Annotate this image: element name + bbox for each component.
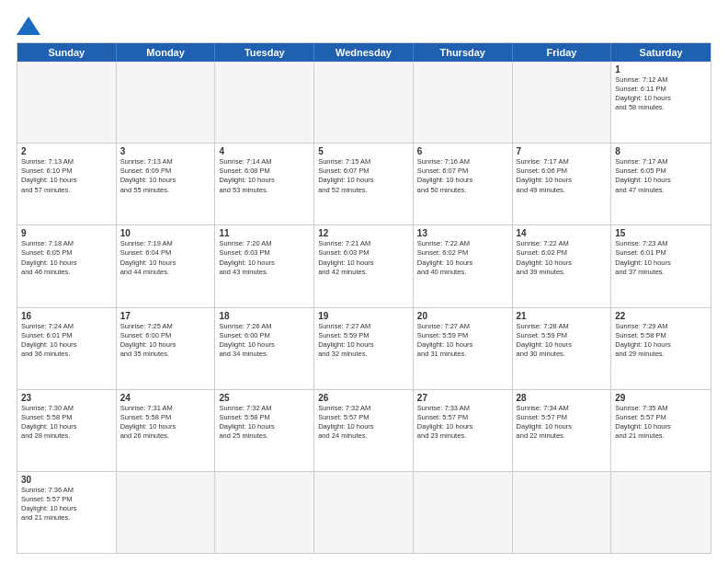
empty-cell <box>17 62 117 143</box>
header-monday: Monday <box>117 43 216 62</box>
day-info: Sunrise: 7:32 AM Sunset: 5:58 PM Dayligh… <box>219 404 310 442</box>
header-tuesday: Tuesday <box>215 43 314 62</box>
day-info: Sunrise: 7:21 AM Sunset: 6:03 PM Dayligh… <box>318 239 409 277</box>
day-number: 4 <box>219 146 310 156</box>
empty-cell <box>513 472 612 553</box>
day-number: 21 <box>517 311 608 321</box>
empty-cell <box>215 472 314 553</box>
day-cell-8: 8Sunrise: 7:17 AM Sunset: 6:05 PM Daylig… <box>611 144 711 224</box>
empty-cell <box>414 62 513 143</box>
day-cell-23: 23Sunrise: 7:30 AM Sunset: 5:58 PM Dayli… <box>17 390 117 471</box>
day-info: Sunrise: 7:31 AM Sunset: 5:58 PM Dayligh… <box>120 404 211 442</box>
day-cell-22: 22Sunrise: 7:29 AM Sunset: 5:58 PM Dayli… <box>611 308 711 389</box>
day-cell-19: 19Sunrise: 7:27 AM Sunset: 5:59 PM Dayli… <box>314 308 414 389</box>
day-info: Sunrise: 7:36 AM Sunset: 5:57 PM Dayligh… <box>21 486 112 523</box>
day-cell-18: 18Sunrise: 7:26 AM Sunset: 6:00 PM Dayli… <box>215 308 314 389</box>
day-info: Sunrise: 7:13 AM Sunset: 6:09 PM Dayligh… <box>120 157 211 195</box>
day-info: Sunrise: 7:27 AM Sunset: 5:59 PM Dayligh… <box>318 322 409 360</box>
day-info: Sunrise: 7:17 AM Sunset: 6:05 PM Dayligh… <box>615 157 707 195</box>
day-cell-3: 3Sunrise: 7:13 AM Sunset: 6:09 PM Daylig… <box>117 144 216 224</box>
day-cell-13: 13Sunrise: 7:22 AM Sunset: 6:02 PM Dayli… <box>414 225 513 306</box>
day-info: Sunrise: 7:15 AM Sunset: 6:07 PM Dayligh… <box>318 157 409 195</box>
header-wednesday: Wednesday <box>314 43 414 62</box>
calendar-week-3: 9Sunrise: 7:18 AM Sunset: 6:05 PM Daylig… <box>17 225 711 307</box>
day-info: Sunrise: 7:25 AM Sunset: 6:00 PM Dayligh… <box>120 322 211 360</box>
day-cell-6: 6Sunrise: 7:16 AM Sunset: 6:07 PM Daylig… <box>414 144 513 224</box>
day-number: 10 <box>120 228 211 238</box>
day-info: Sunrise: 7:22 AM Sunset: 6:02 PM Dayligh… <box>517 239 608 277</box>
empty-cell <box>611 472 711 553</box>
day-info: Sunrise: 7:12 AM Sunset: 6:11 PM Dayligh… <box>615 75 707 113</box>
day-info: Sunrise: 7:35 AM Sunset: 5:57 PM Dayligh… <box>615 404 707 442</box>
day-number: 19 <box>318 311 409 321</box>
calendar-week-6: 30Sunrise: 7:36 AM Sunset: 5:57 PM Dayli… <box>17 472 711 553</box>
day-number: 22 <box>615 311 707 321</box>
day-cell-11: 11Sunrise: 7:20 AM Sunset: 6:03 PM Dayli… <box>215 225 314 306</box>
day-number: 12 <box>318 228 409 238</box>
empty-cell <box>117 472 216 553</box>
day-cell-7: 7Sunrise: 7:17 AM Sunset: 6:06 PM Daylig… <box>513 144 612 224</box>
day-cell-14: 14Sunrise: 7:22 AM Sunset: 6:02 PM Dayli… <box>513 225 612 306</box>
day-info: Sunrise: 7:23 AM Sunset: 6:01 PM Dayligh… <box>615 239 707 277</box>
day-number: 7 <box>517 146 608 156</box>
day-cell-30: 30Sunrise: 7:36 AM Sunset: 5:57 PM Dayli… <box>17 472 117 553</box>
day-number: 6 <box>417 146 508 156</box>
day-number: 2 <box>21 146 112 156</box>
day-info: Sunrise: 7:17 AM Sunset: 6:06 PM Dayligh… <box>517 157 608 195</box>
day-cell-20: 20Sunrise: 7:27 AM Sunset: 5:59 PM Dayli… <box>414 308 513 389</box>
day-number: 27 <box>417 393 508 403</box>
day-info: Sunrise: 7:34 AM Sunset: 5:57 PM Dayligh… <box>517 404 608 442</box>
calendar-body: 1Sunrise: 7:12 AM Sunset: 6:11 PM Daylig… <box>17 62 711 553</box>
header <box>17 17 711 35</box>
empty-cell <box>215 62 314 143</box>
day-cell-21: 21Sunrise: 7:28 AM Sunset: 5:59 PM Dayli… <box>513 308 612 389</box>
day-info: Sunrise: 7:13 AM Sunset: 6:10 PM Dayligh… <box>21 157 112 195</box>
day-cell-9: 9Sunrise: 7:18 AM Sunset: 6:05 PM Daylig… <box>17 225 117 306</box>
day-cell-25: 25Sunrise: 7:32 AM Sunset: 5:58 PM Dayli… <box>215 390 314 471</box>
day-cell-10: 10Sunrise: 7:19 AM Sunset: 6:04 PM Dayli… <box>117 225 216 306</box>
day-number: 3 <box>120 146 211 156</box>
header-friday: Friday <box>513 43 612 62</box>
day-number: 8 <box>615 146 707 156</box>
day-info: Sunrise: 7:33 AM Sunset: 5:57 PM Dayligh… <box>417 404 508 442</box>
day-cell-29: 29Sunrise: 7:35 AM Sunset: 5:57 PM Dayli… <box>611 390 711 471</box>
day-cell-24: 24Sunrise: 7:31 AM Sunset: 5:58 PM Dayli… <box>117 390 216 471</box>
day-cell-12: 12Sunrise: 7:21 AM Sunset: 6:03 PM Dayli… <box>314 225 414 306</box>
day-number: 13 <box>417 228 508 238</box>
day-number: 11 <box>219 228 310 238</box>
day-info: Sunrise: 7:16 AM Sunset: 6:07 PM Dayligh… <box>417 157 508 195</box>
day-number: 20 <box>417 311 508 321</box>
day-cell-28: 28Sunrise: 7:34 AM Sunset: 5:57 PM Dayli… <box>513 390 612 471</box>
day-number: 23 <box>21 393 112 403</box>
day-cell-1: 1Sunrise: 7:12 AM Sunset: 6:11 PM Daylig… <box>611 62 711 143</box>
day-cell-15: 15Sunrise: 7:23 AM Sunset: 6:01 PM Dayli… <box>611 225 711 306</box>
empty-cell <box>117 62 216 143</box>
day-info: Sunrise: 7:28 AM Sunset: 5:59 PM Dayligh… <box>517 322 608 360</box>
header-sunday: Sunday <box>17 43 117 62</box>
logo <box>17 17 46 35</box>
day-number: 30 <box>21 475 112 485</box>
day-info: Sunrise: 7:26 AM Sunset: 6:00 PM Dayligh… <box>219 322 310 360</box>
day-cell-27: 27Sunrise: 7:33 AM Sunset: 5:57 PM Dayli… <box>414 390 513 471</box>
day-number: 24 <box>120 393 211 403</box>
calendar: Sunday Monday Tuesday Wednesday Thursday… <box>17 42 711 554</box>
calendar-header: Sunday Monday Tuesday Wednesday Thursday… <box>17 43 711 62</box>
header-saturday: Saturday <box>611 43 711 62</box>
day-number: 26 <box>318 393 409 403</box>
empty-cell <box>314 62 414 143</box>
day-number: 1 <box>615 64 707 75</box>
day-number: 18 <box>219 311 310 321</box>
calendar-week-2: 2Sunrise: 7:13 AM Sunset: 6:10 PM Daylig… <box>17 144 711 225</box>
empty-cell <box>414 472 513 553</box>
day-number: 29 <box>615 393 707 403</box>
day-info: Sunrise: 7:24 AM Sunset: 6:01 PM Dayligh… <box>21 322 112 360</box>
day-info: Sunrise: 7:14 AM Sunset: 6:08 PM Dayligh… <box>219 157 310 195</box>
calendar-week-5: 23Sunrise: 7:30 AM Sunset: 5:58 PM Dayli… <box>17 390 711 472</box>
day-cell-16: 16Sunrise: 7:24 AM Sunset: 6:01 PM Dayli… <box>17 308 117 389</box>
day-number: 17 <box>120 311 211 321</box>
day-number: 25 <box>219 393 310 403</box>
day-info: Sunrise: 7:19 AM Sunset: 6:04 PM Dayligh… <box>120 239 211 277</box>
day-cell-26: 26Sunrise: 7:32 AM Sunset: 5:57 PM Dayli… <box>314 390 414 471</box>
day-cell-4: 4Sunrise: 7:14 AM Sunset: 6:08 PM Daylig… <box>215 144 314 224</box>
day-cell-17: 17Sunrise: 7:25 AM Sunset: 6:00 PM Dayli… <box>117 308 216 389</box>
